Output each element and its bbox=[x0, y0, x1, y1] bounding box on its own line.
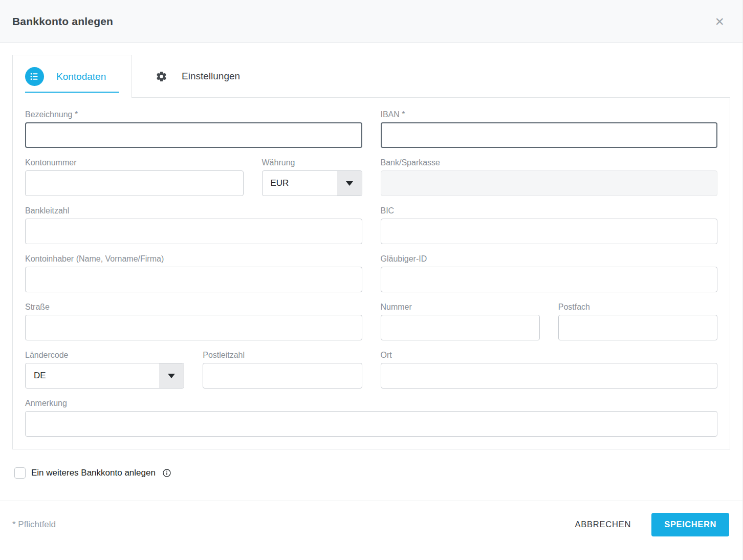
anmerkung-field: Anmerkung bbox=[25, 399, 717, 437]
strasse-input[interactable] bbox=[25, 315, 362, 340]
kontodaten-form-panel: Bezeichnung * IBAN * Kontonummer bbox=[12, 97, 730, 449]
laendercode-plz-group: Ländercode DE Postleitzahl bbox=[25, 351, 362, 389]
tab-kontodaten-label: Kontodaten bbox=[56, 71, 106, 82]
dialog-footer: * Pflichtfeld ABBRECHEN SPEICHERN bbox=[0, 501, 742, 548]
dialog-content: Kontodaten Einstellungen Bezeichnung * bbox=[0, 55, 742, 449]
bic-input[interactable] bbox=[381, 219, 718, 244]
kontonummer-input[interactable] bbox=[25, 170, 244, 196]
bezeichnung-label: Bezeichnung * bbox=[25, 110, 362, 119]
form-row: Ländercode DE Postleitzahl Ort bbox=[25, 351, 717, 389]
strasse-field: Straße bbox=[25, 303, 362, 340]
additional-account-label: Ein weiteres Bankkonto anlegen bbox=[31, 468, 156, 478]
bezeichnung-field: Bezeichnung * bbox=[25, 110, 362, 148]
bic-field: BIC bbox=[381, 206, 718, 244]
footer-actions: ABBRECHEN SPEICHERN bbox=[575, 513, 729, 536]
anmerkung-input[interactable] bbox=[25, 411, 717, 437]
iban-input[interactable] bbox=[381, 122, 718, 148]
form-row: Anmerkung bbox=[25, 399, 717, 437]
tab-bar: Kontodaten Einstellungen bbox=[12, 55, 730, 98]
kontonummer-label: Kontonummer bbox=[25, 158, 244, 167]
ort-label: Ort bbox=[381, 351, 718, 360]
dialog-header: Bankkonto anlegen × bbox=[0, 0, 742, 43]
bezeichnung-input[interactable] bbox=[25, 122, 362, 148]
form-row: Bezeichnung * IBAN * bbox=[25, 110, 717, 148]
additional-account-checkbox[interactable] bbox=[14, 467, 26, 479]
bank-sparkasse-field: Bank/Sparkasse bbox=[381, 158, 718, 196]
bank-sparkasse-input bbox=[381, 170, 718, 196]
postleitzahl-input[interactable] bbox=[203, 363, 362, 389]
postleitzahl-field: Postleitzahl bbox=[203, 351, 362, 389]
glaeubiger-id-input[interactable] bbox=[381, 267, 718, 292]
dropdown-arrow-icon bbox=[337, 171, 362, 196]
bank-account-dialog: Bankkonto anlegen × Kontodaten bbox=[0, 0, 743, 560]
ort-input[interactable] bbox=[381, 363, 718, 389]
kontoinhaber-label: Kontoinhaber (Name, Vorname/Firma) bbox=[25, 254, 362, 264]
glaeubiger-id-field: Gläubiger-ID bbox=[381, 254, 718, 292]
postfach-input[interactable] bbox=[558, 315, 717, 340]
waehrung-selected-value: EUR bbox=[263, 171, 337, 196]
nummer-postfach-group: Nummer Postfach bbox=[381, 303, 718, 340]
bankleitzahl-label: Bankleitzahl bbox=[25, 206, 362, 216]
iban-field: IBAN * bbox=[381, 110, 718, 148]
nummer-input[interactable] bbox=[381, 315, 540, 340]
glaeubiger-id-label: Gläubiger-ID bbox=[381, 254, 718, 264]
tab-kontodaten[interactable]: Kontodaten bbox=[12, 55, 132, 98]
waehrung-field: Währung EUR bbox=[262, 158, 362, 196]
kontonummer-waehrung-group: Kontonummer Währung EUR bbox=[25, 158, 362, 196]
bankleitzahl-input[interactable] bbox=[25, 219, 362, 244]
close-icon[interactable]: × bbox=[715, 14, 724, 29]
kontoinhaber-field: Kontoinhaber (Name, Vorname/Firma) bbox=[25, 254, 362, 292]
form-row: Straße Nummer Postfach bbox=[25, 303, 717, 340]
postleitzahl-label: Postleitzahl bbox=[203, 351, 362, 360]
postfach-label: Postfach bbox=[558, 303, 717, 312]
gear-icon bbox=[156, 71, 167, 82]
iban-label: IBAN * bbox=[381, 110, 718, 119]
save-button[interactable]: SPEICHERN bbox=[651, 513, 729, 536]
laendercode-selected-value: DE bbox=[26, 363, 159, 388]
ort-field: Ort bbox=[381, 351, 718, 389]
form-row: Kontoinhaber (Name, Vorname/Firma) Gläub… bbox=[25, 254, 717, 292]
laendercode-label: Ländercode bbox=[25, 351, 184, 360]
dialog-title: Bankkonto anlegen bbox=[12, 15, 113, 28]
kontoinhaber-input[interactable] bbox=[25, 267, 362, 292]
bic-label: BIC bbox=[381, 206, 718, 216]
dropdown-arrow-icon bbox=[159, 363, 184, 388]
active-tab-underline bbox=[25, 92, 119, 93]
kontonummer-field: Kontonummer bbox=[25, 158, 244, 196]
waehrung-label: Währung bbox=[262, 158, 362, 167]
bank-sparkasse-label: Bank/Sparkasse bbox=[381, 158, 718, 167]
additional-account-row: Ein weiteres Bankkonto anlegen bbox=[14, 467, 730, 479]
laendercode-select[interactable]: DE bbox=[25, 363, 184, 389]
tab-einstellungen-label: Einstellungen bbox=[182, 71, 240, 82]
laendercode-field: Ländercode DE bbox=[25, 351, 184, 389]
nummer-field: Nummer bbox=[381, 303, 540, 340]
postfach-field: Postfach bbox=[558, 303, 717, 340]
strasse-label: Straße bbox=[25, 303, 362, 312]
form-row: Kontonummer Währung EUR Bank/S bbox=[25, 158, 717, 196]
cancel-button[interactable]: ABBRECHEN bbox=[575, 520, 631, 529]
info-icon[interactable] bbox=[162, 468, 171, 478]
tab-einstellungen[interactable]: Einstellungen bbox=[132, 55, 260, 98]
bankleitzahl-field: Bankleitzahl bbox=[25, 206, 362, 244]
required-field-hint: * Pflichtfeld bbox=[12, 520, 56, 530]
anmerkung-label: Anmerkung bbox=[25, 399, 717, 408]
waehrung-select[interactable]: EUR bbox=[262, 170, 362, 196]
list-icon bbox=[25, 67, 44, 86]
nummer-label: Nummer bbox=[381, 303, 540, 312]
form-row: Bankleitzahl BIC bbox=[25, 206, 717, 244]
